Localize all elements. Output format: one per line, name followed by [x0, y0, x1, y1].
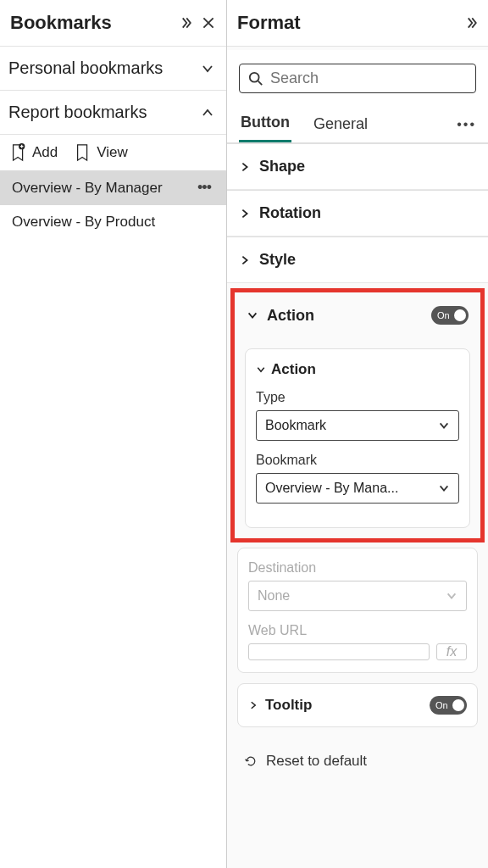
chevron-up-icon [201, 106, 214, 120]
bookmark-label: Bookmark [256, 453, 459, 468]
chevron-right-icon [239, 161, 251, 173]
add-bookmark-button[interactable]: Add [10, 143, 58, 162]
chevron-right-icon [239, 254, 251, 266]
type-label: Type [256, 390, 459, 405]
svg-point-1 [250, 72, 259, 81]
bookmark-item[interactable]: Overview - By Manager ••• [0, 170, 226, 205]
personal-bookmarks-label: Personal bookmarks [8, 58, 201, 78]
report-bookmarks-label: Report bookmarks [8, 103, 201, 122]
action-card: Action Type Bookmark Bookmark Overview -… [245, 348, 470, 528]
group-tooltip[interactable]: Tooltip On [237, 683, 478, 727]
chevron-down-icon [438, 482, 450, 494]
view-bookmark-button[interactable]: View [75, 143, 128, 162]
personal-bookmarks-section[interactable]: Personal bookmarks [0, 47, 226, 91]
destination-select: None [248, 581, 467, 611]
reset-icon [244, 754, 258, 768]
group-shape[interactable]: Shape [227, 144, 488, 189]
chevron-right-icon [239, 208, 251, 220]
format-header: Format [227, 0, 488, 47]
destination-label: Destination [248, 560, 467, 576]
group-rotation[interactable]: Rotation [227, 191, 488, 236]
format-title: Format [237, 12, 463, 34]
reset-to-default[interactable]: Reset to default [227, 737, 488, 785]
format-panel: Format Button General ••• Shape Rotation [226, 0, 488, 868]
bookmark-view-icon [75, 143, 92, 162]
tabs-more-icon[interactable]: ••• [457, 117, 476, 132]
chevron-down-icon [446, 590, 458, 602]
destination-value: None [258, 588, 446, 604]
chevron-down-icon [247, 309, 258, 321]
group-style-label: Style [259, 251, 476, 269]
tooltip-toggle[interactable]: On [430, 696, 467, 715]
group-action[interactable]: Action On [235, 292, 480, 338]
fx-button[interactable]: fx [436, 643, 467, 660]
bookmark-item-label: Overview - By Product [12, 214, 214, 231]
chevron-down-icon [438, 420, 450, 431]
group-tooltip-label: Tooltip [265, 697, 423, 714]
format-search[interactable] [239, 64, 476, 93]
group-style[interactable]: Style [227, 237, 488, 282]
chevron-down-icon [256, 364, 266, 375]
weburl-label: Web URL [248, 623, 467, 638]
format-tabs: Button General ••• [227, 100, 488, 143]
group-action-label: Action [267, 307, 431, 325]
weburl-input [248, 643, 430, 660]
search-icon [248, 71, 263, 86]
collapse-icon[interactable] [463, 15, 478, 31]
bookmark-item[interactable]: Overview - By Product [0, 205, 226, 239]
chevron-right-icon [248, 700, 258, 710]
reset-label: Reset to default [266, 753, 367, 770]
view-label: View [97, 144, 128, 161]
type-value: Bookmark [265, 418, 438, 433]
action-sub-label: Action [271, 361, 316, 378]
bookmarks-panel: Bookmarks Personal bookmarks Report book… [0, 0, 226, 868]
add-label: Add [32, 144, 58, 161]
tab-general[interactable]: General [312, 108, 369, 142]
bookmark-select[interactable]: Overview - By Mana... [256, 473, 459, 504]
close-icon[interactable] [201, 15, 216, 31]
group-rotation-label: Rotation [259, 204, 476, 222]
toggle-on-label: On [437, 310, 450, 320]
tab-button[interactable]: Button [239, 107, 291, 142]
group-shape-label: Shape [259, 158, 476, 175]
fx-label: fx [446, 644, 457, 659]
bookmark-item-more-icon[interactable]: ••• [194, 179, 214, 197]
bookmark-add-icon [10, 143, 27, 162]
collapse-icon[interactable] [177, 15, 192, 31]
bookmarks-toolbar: Add View [0, 135, 226, 170]
type-select[interactable]: Bookmark [256, 410, 459, 441]
bookmarks-title: Bookmarks [10, 12, 169, 34]
action-toggle[interactable]: On [431, 306, 469, 325]
search-input[interactable] [270, 70, 467, 87]
toggle-on-label: On [435, 700, 448, 710]
bookmark-value: Overview - By Mana... [265, 481, 438, 496]
bookmark-item-label: Overview - By Manager [12, 180, 194, 197]
report-bookmarks-section[interactable]: Report bookmarks [0, 91, 226, 135]
action-card-secondary: Destination None Web URL fx [237, 548, 478, 673]
bookmarks-header: Bookmarks [0, 0, 226, 47]
action-subsection[interactable]: Action [256, 361, 459, 378]
chevron-down-icon [201, 62, 214, 75]
action-highlight: Action On Action Type Bookmark Bookmark … [230, 288, 485, 542]
